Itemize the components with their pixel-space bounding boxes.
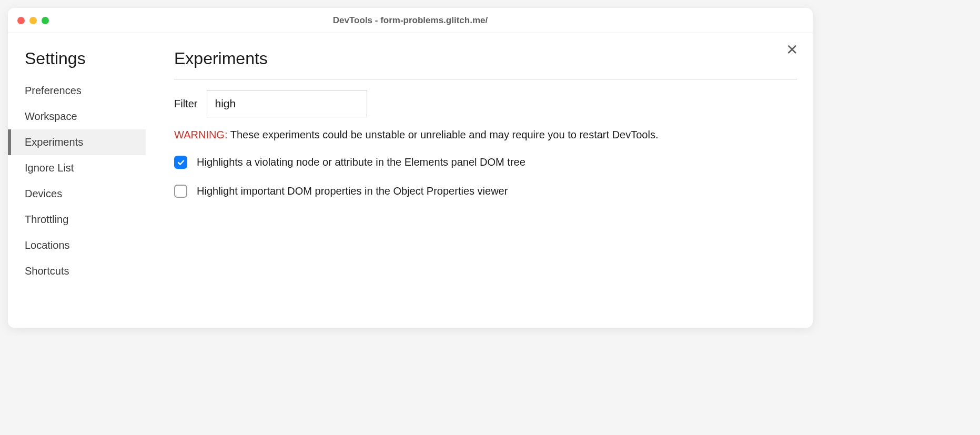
experiment-row: Highlight important DOM properties in th…	[174, 185, 797, 198]
experiment-label: Highlights a violating node or attribute…	[197, 156, 526, 168]
filter-label: Filter	[174, 98, 197, 110]
window-title: DevTools - form-problems.glitch.me/	[333, 15, 488, 26]
sidebar-item-workspace[interactable]: Workspace	[8, 104, 146, 129]
sidebar-item-throttling[interactable]: Throttling	[8, 207, 146, 232]
sidebar-title: Settings	[8, 49, 146, 78]
warning-prefix: WARNING:	[174, 129, 227, 140]
devtools-settings-window: DevTools - form-problems.glitch.me/ ✕ Se…	[8, 8, 813, 328]
checkmark-icon	[177, 158, 185, 167]
window-close-button[interactable]	[17, 17, 25, 24]
window-maximize-button[interactable]	[42, 17, 49, 24]
window-minimize-button[interactable]	[29, 17, 37, 24]
experiment-checkbox-1[interactable]	[174, 185, 187, 198]
experiment-checkbox-0[interactable]	[174, 156, 187, 169]
settings-content: ✕ Settings Preferences Workspace Experim…	[8, 33, 813, 328]
sidebar-item-locations[interactable]: Locations	[8, 232, 146, 258]
window-titlebar: DevTools - form-problems.glitch.me/	[8, 8, 813, 33]
warning-text: These experiments could be unstable or u…	[227, 129, 658, 140]
sidebar-item-shortcuts[interactable]: Shortcuts	[8, 258, 146, 284]
page-title: Experiments	[174, 49, 797, 79]
experiment-row: Highlights a violating node or attribute…	[174, 156, 797, 169]
settings-sidebar: Settings Preferences Workspace Experimen…	[8, 33, 146, 328]
sidebar-item-experiments[interactable]: Experiments	[8, 129, 146, 155]
traffic-lights	[17, 17, 49, 24]
filter-row: Filter	[174, 90, 797, 117]
warning-message: WARNING: These experiments could be unst…	[174, 129, 797, 141]
sidebar-item-ignore-list[interactable]: Ignore List	[8, 155, 146, 181]
sidebar-item-devices[interactable]: Devices	[8, 181, 146, 207]
settings-main: Experiments Filter WARNING: These experi…	[146, 33, 813, 328]
experiment-label: Highlight important DOM properties in th…	[197, 185, 508, 197]
filter-input[interactable]	[207, 90, 367, 117]
close-icon[interactable]: ✕	[786, 43, 798, 57]
sidebar-item-preferences[interactable]: Preferences	[8, 78, 146, 104]
